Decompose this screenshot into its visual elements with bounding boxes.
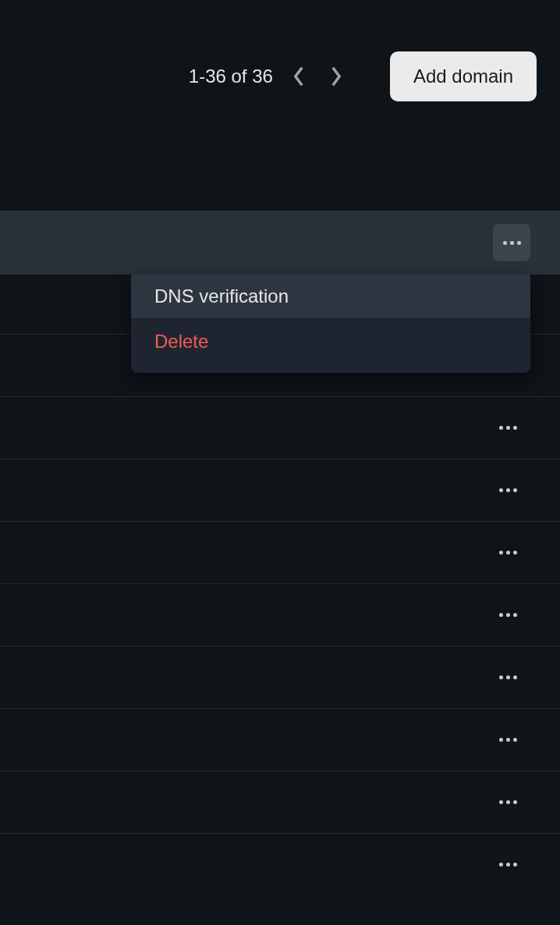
table-row[interactable] (0, 771, 560, 833)
table-row[interactable] (0, 459, 560, 521)
more-actions-button[interactable] (493, 224, 530, 261)
add-domain-button[interactable]: Add domain (390, 51, 537, 101)
prev-page-button[interactable] (290, 68, 307, 85)
table-row-selected[interactable]: DNS verification Delete (0, 211, 560, 275)
pagination-label: 1-36 of 36 (189, 66, 273, 87)
more-actions-button[interactable] (496, 791, 519, 814)
next-page-button[interactable] (328, 68, 345, 85)
header-toolbar: 1-36 of 36 Add domain (0, 0, 560, 101)
table-row[interactable] (0, 521, 560, 583)
pagination-nav (290, 68, 345, 85)
more-horizontal-icon (499, 488, 517, 492)
more-actions-button[interactable] (496, 728, 519, 752)
more-horizontal-icon (499, 738, 517, 742)
more-horizontal-icon (503, 241, 521, 245)
dns-verification-menu-item[interactable]: DNS verification (131, 275, 530, 318)
table-row[interactable] (0, 833, 560, 895)
table-row[interactable] (0, 396, 560, 459)
chevron-left-icon (292, 66, 306, 87)
table-row[interactable] (0, 583, 560, 646)
more-horizontal-icon (499, 613, 517, 617)
table-rows (0, 334, 560, 895)
more-horizontal-icon (499, 551, 517, 555)
content-area: DNS verification Delete (0, 211, 560, 895)
more-actions-button[interactable] (496, 666, 519, 689)
more-horizontal-icon (499, 426, 517, 430)
more-horizontal-icon (499, 800, 517, 804)
more-actions-button[interactable] (496, 416, 519, 440)
more-actions-button[interactable] (496, 604, 519, 627)
table-row[interactable] (0, 708, 560, 771)
more-actions-button[interactable] (496, 479, 519, 502)
chevron-right-icon (329, 66, 343, 87)
actions-dropdown: DNS verification Delete (131, 275, 530, 373)
delete-menu-item[interactable]: Delete (131, 318, 530, 373)
more-actions-button[interactable] (496, 541, 519, 565)
more-horizontal-icon (499, 675, 517, 679)
table-row[interactable] (0, 646, 560, 708)
more-horizontal-icon (499, 863, 517, 867)
more-actions-button[interactable] (496, 853, 519, 877)
